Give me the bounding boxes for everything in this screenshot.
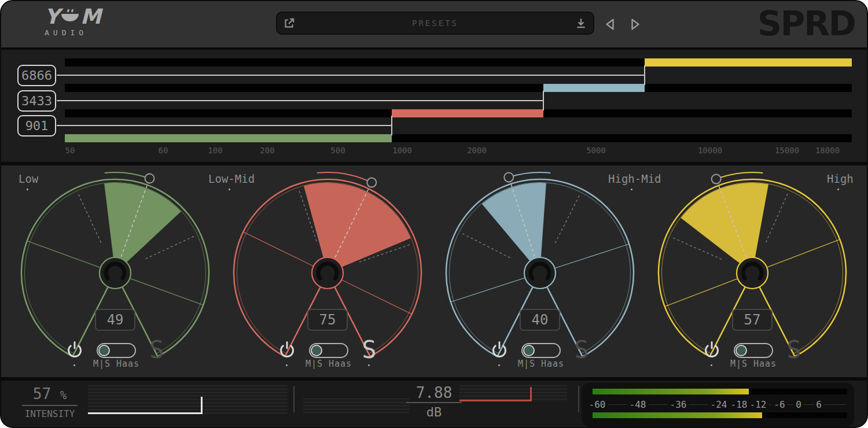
divider-line xyxy=(22,405,78,406)
automation-dot xyxy=(286,364,288,366)
toggle-labels: M|S Haas xyxy=(77,359,156,369)
crossover-handle[interactable] xyxy=(543,91,544,110)
output-meter: -60-48-36-24-18-12-606 xyxy=(582,383,854,427)
meter-fill-right xyxy=(593,412,762,418)
toggle-knob xyxy=(523,345,535,356)
intensity-label: INTENSITY xyxy=(22,408,78,419)
top-bar: Y M AUDIO PRESETS xyxy=(1,1,867,47)
meter-scale-label: 0 xyxy=(793,399,804,410)
triangle-right-icon xyxy=(630,18,641,31)
next-preset-button[interactable] xyxy=(627,16,643,32)
pointer-handle[interactable] xyxy=(145,174,155,183)
automation-dot xyxy=(711,364,712,366)
freq-axis-tick: 500 xyxy=(330,146,345,155)
band-value-low[interactable]: 49 xyxy=(95,309,135,331)
crossover-value-box[interactable]: 3433 xyxy=(17,90,56,112)
toggle-labels: M|S Haas xyxy=(289,359,368,369)
pointer-handle[interactable] xyxy=(712,175,721,184)
product-logo: SPRD xyxy=(757,5,855,43)
band-solo-low[interactable]: S xyxy=(145,337,168,363)
footer-bar: 57 % INTENSITY 7.88 dB -60-48-36-24-18-1… xyxy=(1,381,867,428)
brand-letter-y: Y xyxy=(45,7,60,27)
range-spoke xyxy=(451,278,524,302)
gain-unit-label: dB xyxy=(400,405,468,419)
preset-bar[interactable]: PRESETS xyxy=(276,12,594,35)
freq-axis-tick: 50 xyxy=(65,146,75,155)
meter-fill-left xyxy=(593,389,749,394)
band-power-button[interactable] xyxy=(701,340,722,361)
toggle-labels: M|S Haas xyxy=(714,359,793,369)
band-control-low-mid: 75M|S HaasS xyxy=(222,165,435,377)
band-value-high-mid[interactable]: 40 xyxy=(520,309,560,331)
pointer-arc xyxy=(105,172,150,178)
range-spoke xyxy=(28,241,100,267)
gain-slider-negative[interactable] xyxy=(303,399,410,414)
range-spoke xyxy=(244,232,313,265)
gain-slider-positive[interactable] xyxy=(459,385,567,401)
freq-axis-tick: 18000 xyxy=(815,146,840,155)
freq-axis-tick: 200 xyxy=(260,146,274,155)
automation-dot xyxy=(368,364,370,366)
scale-tick xyxy=(146,236,195,259)
meter-scale-label: -24 xyxy=(708,399,730,410)
plugin-window: Y M AUDIO PRESETS xyxy=(0,0,868,428)
ms-haas-toggle[interactable] xyxy=(521,343,561,358)
brand-letter-m: M xyxy=(80,7,101,27)
ms-haas-toggle[interactable] xyxy=(309,343,348,358)
bowl-icon xyxy=(60,9,80,27)
ms-haas-toggle[interactable] xyxy=(734,343,773,358)
band-power-button[interactable] xyxy=(277,340,297,361)
meter-track-left xyxy=(593,389,847,394)
preset-label[interactable]: PRESETS xyxy=(412,19,458,28)
meter-scale-label: -6 xyxy=(771,399,787,410)
band-solo-low-mid[interactable]: S xyxy=(358,337,381,363)
crossover-value-box[interactable]: 901 xyxy=(17,115,56,136)
scale-tick xyxy=(78,193,101,242)
automation-dot xyxy=(73,364,75,366)
crossover-handle[interactable] xyxy=(644,65,645,85)
band-range-bar-high-mid[interactable] xyxy=(543,84,645,92)
pointer-arc xyxy=(716,172,763,179)
gain-value[interactable]: 7.88 xyxy=(400,384,468,401)
band-value-low-mid[interactable]: 75 xyxy=(307,309,348,331)
band-power-button[interactable] xyxy=(64,340,85,361)
pointer-handle[interactable] xyxy=(367,178,376,187)
pointer-handle[interactable] xyxy=(504,173,513,182)
freq-axis-tick: 100 xyxy=(208,146,222,155)
range-spoke xyxy=(556,244,628,268)
band-control-high: 57M|S HaasS xyxy=(647,165,859,377)
freq-axis-tick: 2000 xyxy=(467,146,487,155)
range-spoke xyxy=(130,279,203,305)
toggle-knob xyxy=(98,345,110,356)
load-preset-icon[interactable] xyxy=(575,17,587,29)
freq-axis-tick: 10000 xyxy=(698,146,722,155)
gain-handle[interactable] xyxy=(530,387,532,401)
band-controls-section: LowLow-MidHigh-MidHigh49M|S HaasS75M|S H… xyxy=(1,165,867,377)
band-solo-high-mid[interactable]: S xyxy=(570,337,593,363)
band-range-bar-low-mid[interactable] xyxy=(392,109,543,117)
crossover-value-box[interactable]: 6866 xyxy=(17,65,56,86)
ms-haas-toggle[interactable] xyxy=(97,343,136,358)
export-preset-icon[interactable] xyxy=(283,17,296,29)
band-value-high[interactable]: 57 xyxy=(732,309,773,331)
freq-axis-tick: 15000 xyxy=(775,146,799,155)
intensity-baseline xyxy=(88,412,202,414)
triangle-left-icon xyxy=(604,18,616,31)
band-range-bar-low[interactable] xyxy=(65,134,392,142)
toggle-knob xyxy=(735,345,747,356)
range-spoke xyxy=(767,239,839,267)
toggle-knob xyxy=(311,345,322,356)
band-range-bar-high[interactable] xyxy=(645,58,852,67)
crossover-handle[interactable] xyxy=(391,116,392,135)
meter-scale-label: -36 xyxy=(668,399,689,410)
intensity-slider[interactable] xyxy=(88,385,288,414)
freq-axis-tick: 60 xyxy=(159,146,168,155)
intensity-handle[interactable] xyxy=(201,397,203,414)
freq-axis-tick: 1000 xyxy=(392,146,412,155)
band-power-button[interactable] xyxy=(489,340,510,361)
scale-tick xyxy=(766,193,788,242)
band-solo-high[interactable]: S xyxy=(782,337,806,363)
intensity-value[interactable]: 57 % xyxy=(22,385,78,403)
meter-track-right xyxy=(593,412,847,418)
previous-preset-button[interactable] xyxy=(602,16,618,32)
